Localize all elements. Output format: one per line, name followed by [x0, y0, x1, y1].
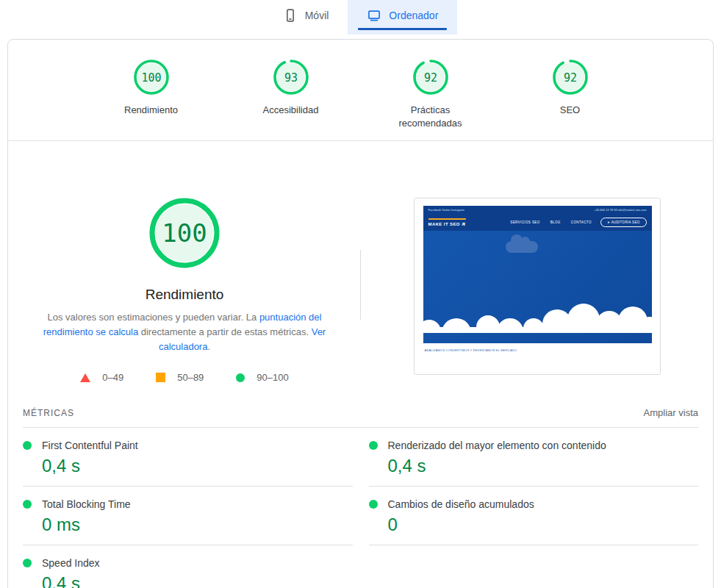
website-hero: Facebook Twitter Instagram +34 666 13 78… [423, 206, 652, 343]
score-gauge: 93 [273, 59, 309, 96]
website-preview: Facebook Twitter Instagram +34 666 13 78… [423, 206, 652, 354]
metric-name: Speed Index [42, 557, 100, 569]
tab-ordenador-label: Ordenador [389, 10, 438, 21]
pass-dot-icon [369, 500, 378, 509]
score-gauge: 92 [412, 59, 449, 96]
category-label: SEO [560, 104, 580, 117]
category-label: Accesibilidad [263, 104, 319, 117]
pass-dot-icon [369, 441, 378, 450]
website-menu-item: BLOG [550, 220, 561, 224]
metric-name: First Contentful Paint [42, 440, 138, 451]
legend-pass: 90–100 [236, 372, 288, 383]
pass-circle-icon [236, 373, 245, 382]
screenshot-block: Facebook Twitter Instagram +34 666 13 78… [361, 198, 713, 383]
score-gauge: 92 [552, 59, 589, 96]
svg-text:100: 100 [162, 218, 207, 248]
tab-movil-label: Móvil [305, 10, 329, 21]
device-tabbar: Móvil Ordenador [0, 0, 721, 35]
pass-dot-icon [23, 559, 32, 567]
metric-total-blocking-time: Total Blocking Time 0 ms [23, 487, 353, 545]
tab-movil[interactable]: Móvil [264, 0, 348, 35]
score-legend: 0–49 50–89 90–100 [80, 372, 288, 383]
report-card: 100 Rendimiento 93 Accesibilidad 92 Prác… [7, 39, 714, 588]
metric-speed-index: Speed Index 0,4 s [23, 545, 353, 588]
legend-range: 90–100 [257, 372, 288, 383]
expand-view-link[interactable]: Ampliar vista [644, 407, 698, 418]
fail-triangle-icon [80, 373, 90, 382]
disclaimer-text: directamente a partir de estas métricas. [138, 326, 312, 337]
website-menu-item: SERVICIOS SEO [510, 220, 539, 224]
category-rendimiento[interactable]: 100 Rendimiento [107, 59, 196, 140]
website-menu-item: CONTACTO [571, 220, 592, 224]
metric-value: 0 [388, 514, 699, 535]
legend-fail: 0–49 [80, 372, 123, 383]
svg-text:100: 100 [141, 71, 161, 85]
metric-cumulative-layout-shift: Cambios de diseño acumulados 0 [369, 487, 699, 545]
mobile-icon [283, 8, 298, 23]
clouds-graphic [423, 299, 652, 333]
category-label: Prácticas recomendadas [394, 104, 467, 129]
metric-value: 0,4 s [42, 573, 353, 588]
score-disclaimer: Los valores son estimaciones y pueden va… [33, 310, 336, 354]
metric-value: 0,4 s [388, 456, 699, 476]
score-gauge: 100 [133, 59, 170, 96]
legend-range: 0–49 [102, 372, 123, 383]
average-square-icon [156, 373, 165, 382]
metric-name: Renderizado del mayor elemento con conte… [388, 440, 606, 451]
website-tagline: ANALIZAMOS CONVERTIMOS Y REVENTAMOS EL M… [425, 348, 517, 352]
category-accesibilidad[interactable]: 93 Accesibilidad [247, 59, 335, 140]
svg-text:93: 93 [284, 71, 297, 85]
metric-name: Cambios de diseño acumulados [388, 498, 534, 510]
category-scores: 100 Rendimiento 93 Accesibilidad 92 Prác… [8, 40, 713, 140]
performance-gauge-block: 100 Rendimiento Los valores son estimaci… [8, 198, 361, 383]
performance-score-gauge: 100 [149, 198, 220, 268]
desktop-icon [367, 8, 381, 23]
performance-summary: 100 Rendimiento Los valores son estimaci… [8, 141, 713, 383]
rocket-icon: ✈ [460, 220, 467, 226]
category-practicas-recomendadas[interactable]: 92 Prácticas recomendadas [387, 59, 475, 140]
metrics-title: MÉTRICAS [23, 408, 74, 418]
website-audit-button: ➤ AUDITORIA SEO [600, 218, 646, 227]
website-topbar: Facebook Twitter Instagram +34 666 13 78… [423, 206, 652, 213]
category-label: Rendimiento [124, 104, 178, 117]
final-screenshot-thumbnail[interactable]: Facebook Twitter Instagram +34 666 13 78… [414, 198, 661, 375]
metric-largest-contentful-paint: Renderizado del mayor elemento con conte… [369, 428, 699, 487]
active-tab-underline [358, 28, 447, 30]
website-contact-info: +34 666 13 78 83 info@makeit-seo.com [594, 208, 646, 212]
category-seo[interactable]: 92 SEO [526, 59, 614, 140]
disclaimer-text: . [207, 341, 210, 352]
cloud-graphic [506, 241, 538, 253]
tab-ordenador[interactable]: Ordenador [348, 0, 457, 35]
pass-dot-icon [23, 441, 32, 450]
pass-dot-icon [23, 500, 32, 509]
website-navbar: MAKE IT SEO ✈ SERVICIOS SEO BLOG CONTACT… [423, 213, 652, 231]
website-menu: SERVICIOS SEO BLOG CONTACTO [510, 220, 592, 224]
website-logo: MAKE IT SEO ✈ [428, 218, 467, 226]
performance-title: Rendimiento [146, 287, 224, 303]
metric-first-contentful-paint: First Contentful Paint 0,4 s [23, 428, 353, 487]
website-social-links: Facebook Twitter Instagram [428, 208, 464, 212]
metric-name: Total Blocking Time [42, 498, 131, 510]
svg-text:92: 92 [563, 71, 576, 85]
metric-empty-cell [369, 545, 699, 588]
svg-text:92: 92 [423, 71, 437, 85]
summary-divider [360, 250, 361, 320]
metrics-header: MÉTRICAS Ampliar vista [23, 407, 698, 428]
metrics-grid: First Contentful Paint 0,4 s Renderizado… [23, 428, 698, 588]
disclaimer-text: Los valores son estimaciones y pueden va… [48, 312, 259, 323]
legend-range: 50–89 [177, 372, 204, 383]
metric-value: 0 ms [42, 514, 353, 535]
metrics-section: MÉTRICAS Ampliar vista First Contentful … [8, 383, 713, 588]
metric-value: 0,4 s [42, 456, 353, 476]
legend-average: 50–89 [156, 372, 204, 383]
